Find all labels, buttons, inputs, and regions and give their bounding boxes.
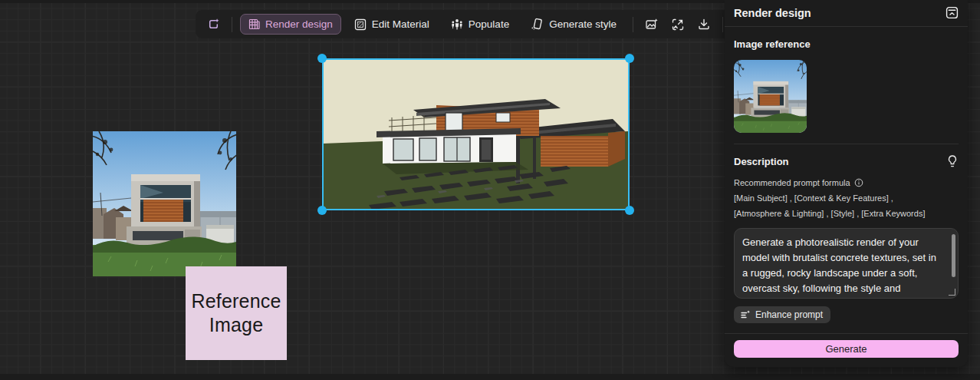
reference-photo[interactable]	[93, 131, 236, 276]
lightbulb-icon[interactable]	[946, 154, 959, 168]
image-reference-thumbnail[interactable]	[734, 60, 807, 133]
formula-line-1: [Main Subject] , [Context & Key Features…	[734, 193, 893, 203]
image-expand-icon[interactable]	[667, 14, 689, 35]
description-label: Description	[734, 156, 789, 167]
frame-sparkle-icon[interactable]	[202, 14, 224, 35]
people-icon	[451, 18, 463, 31]
model-viewport[interactable]	[323, 59, 629, 210]
building-grid-icon	[248, 18, 260, 30]
panel-body: Image reference Description Recommended …	[725, 27, 968, 333]
panel-title: Render design	[734, 7, 811, 19]
description-header: Description	[734, 154, 959, 168]
edit-material-button[interactable]: Edit Material	[346, 14, 438, 35]
toolbar: Render design Edit Material Populate	[196, 10, 732, 38]
prompt-resize-handle[interactable]	[949, 289, 955, 296]
material-swatch-icon	[354, 18, 367, 31]
generate-style-label: Generate style	[549, 18, 617, 30]
formula-line-2: [Atmosphere & Lighting] , [Style] , [Ext…	[734, 209, 925, 218]
section-divider	[734, 144, 959, 144]
selection-handle-top-left[interactable]	[317, 54, 327, 63]
prompt-scrollbar[interactable]	[952, 234, 955, 277]
reference-image-label-box[interactable]: Reference Image	[186, 266, 287, 360]
selection-handle-bottom-right[interactable]	[625, 206, 634, 215]
toolbar-divider	[633, 17, 633, 32]
formula-heading: Recommended prompt formula	[734, 175, 850, 190]
footer-divider	[725, 333, 968, 334]
prompt-field-wrap: Generate a photorealistic render of your…	[734, 228, 959, 299]
prompt-formula: Recommended prompt formula [Main Subject…	[734, 175, 959, 221]
render-design-label: Render design	[265, 18, 333, 30]
image-reference-thumbnail-image	[734, 60, 807, 133]
generate-button[interactable]: Generate	[734, 340, 959, 358]
generate-style-button[interactable]: Generate style	[522, 13, 625, 35]
render-design-button[interactable]: Render design	[240, 14, 341, 35]
enhance-sparkle-icon	[740, 309, 751, 320]
reference-photo-image	[93, 131, 236, 276]
info-icon[interactable]	[854, 178, 863, 187]
toolbar-divider	[232, 17, 232, 32]
style-card-icon	[531, 18, 544, 31]
download-icon[interactable]	[693, 14, 715, 35]
collapse-panel-icon[interactable]	[945, 6, 959, 19]
selection-handle-top-right[interactable]	[625, 54, 634, 63]
panel-footer: Generate	[725, 333, 968, 367]
populate-button[interactable]: Populate	[442, 14, 518, 35]
selection-handle-bottom-left[interactable]	[317, 206, 327, 215]
image-enhance-icon[interactable]	[641, 14, 663, 35]
image-reference-label: Image reference	[734, 38, 959, 50]
canvas-bottom-edge	[0, 374, 980, 380]
populate-label: Populate	[469, 18, 509, 30]
panel-header: Render design	[725, 0, 968, 27]
reference-image-label-text: Reference Image	[186, 289, 287, 337]
edit-material-label: Edit Material	[372, 18, 429, 30]
prompt-input[interactable]: Generate a photorealistic render of your…	[734, 228, 959, 299]
enhance-prompt-button[interactable]: Enhance prompt	[734, 306, 830, 323]
model-selection[interactable]	[322, 58, 630, 210]
toolbar-divider	[722, 17, 723, 32]
render-design-panel: Render design Image reference Descriptio…	[725, 0, 968, 367]
enhance-prompt-label: Enhance prompt	[755, 309, 823, 320]
